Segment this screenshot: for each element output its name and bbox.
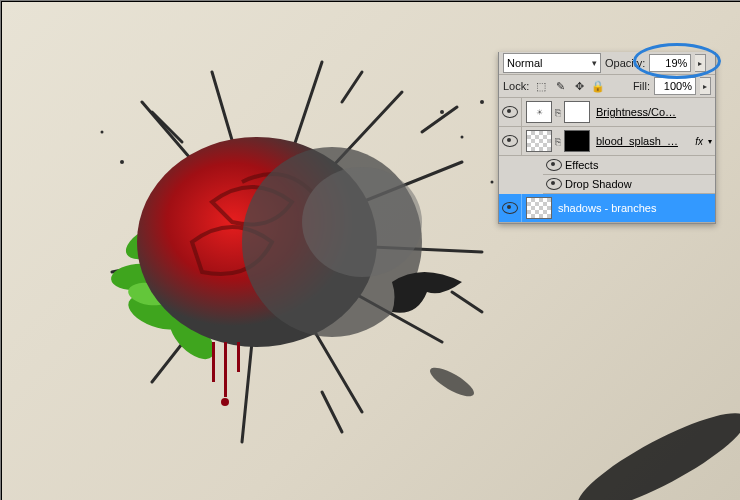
lock-position-icon[interactable]: ✥ [571,78,587,94]
svg-point-19 [426,363,477,402]
svg-point-15 [480,100,484,104]
layer-brightness-contrast[interactable]: ☀ ⎘ Brightness/Co… [499,98,715,127]
svg-rect-11 [237,342,240,372]
layer-name[interactable]: blood_splash_… [590,135,695,147]
blend-mode-value: Normal [507,57,542,69]
layer-thumb [526,197,552,219]
svg-rect-10 [224,342,227,397]
eye-icon [502,106,518,118]
fill-input[interactable]: 100% [654,77,696,95]
lock-all-icon[interactable]: 🔒 [590,78,606,94]
eye-icon [502,135,518,147]
blend-mode-select[interactable]: Normal ▾ [503,53,601,73]
blend-opacity-row: Normal ▾ Opacity: 19% ▸ [499,52,715,75]
workspace: Normal ▾ Opacity: 19% ▸ Lock: ⬚ ✎ ✥ 🔒 Fi… [0,0,740,500]
adjustment-thumb: ☀ [526,101,552,123]
layers-panel: Normal ▾ Opacity: 19% ▸ Lock: ⬚ ✎ ✥ 🔒 Fi… [498,52,716,224]
lock-icons-group: ⬚ ✎ ✥ 🔒 [533,78,606,94]
fx-badge: fx [695,136,705,147]
effect-name: Drop Shadow [565,178,632,190]
layer-name[interactable]: Brightness/Co… [590,106,715,118]
eye-icon [502,202,518,214]
mask-thumb [564,130,590,152]
effects-list: Effects Drop Shadow [499,156,715,194]
link-icon: ⎘ [554,107,562,118]
effects-header: Effects [565,159,598,171]
link-icon: ⎘ [554,136,562,147]
fill-label: Fill: [633,80,650,92]
layer-blood-splash[interactable]: ⎘ blood_splash_… fx ▾ [499,127,715,156]
svg-rect-9 [212,342,215,382]
svg-point-14 [461,136,464,139]
eye-icon[interactable] [546,159,562,171]
layer-shadows-branches[interactable]: shadows - branches [499,194,715,223]
visibility-toggle[interactable] [499,98,522,126]
feather-small [422,352,502,412]
layer-thumb [526,130,552,152]
svg-point-16 [491,181,494,184]
effects-header-row[interactable]: Effects [543,156,715,175]
lock-transparency-icon[interactable]: ⬚ [533,78,549,94]
feather-large [552,392,740,500]
lock-fill-row: Lock: ⬚ ✎ ✥ 🔒 Fill: 100% ▸ [499,75,715,98]
opacity-input[interactable]: 19% [649,54,691,72]
visibility-toggle[interactable] [499,194,522,222]
effects-twirl-icon[interactable]: ▾ [705,137,715,146]
svg-point-12 [221,398,229,406]
eye-icon[interactable] [546,178,562,190]
svg-point-18 [101,131,104,134]
opacity-flyout-icon[interactable]: ▸ [695,54,706,72]
lock-label: Lock: [503,80,529,92]
effect-drop-shadow[interactable]: Drop Shadow [543,175,715,194]
fill-flyout-icon[interactable]: ▸ [700,77,711,95]
svg-point-20 [568,398,740,500]
opacity-label: Opacity: [605,57,645,69]
lock-image-icon[interactable]: ✎ [552,78,568,94]
svg-point-13 [440,110,444,114]
svg-point-8 [302,167,422,277]
layer-name[interactable]: shadows - branches [552,202,715,214]
svg-point-17 [120,160,124,164]
mask-thumb [564,101,590,123]
visibility-toggle[interactable] [499,127,522,155]
chevron-down-icon: ▾ [592,58,597,68]
